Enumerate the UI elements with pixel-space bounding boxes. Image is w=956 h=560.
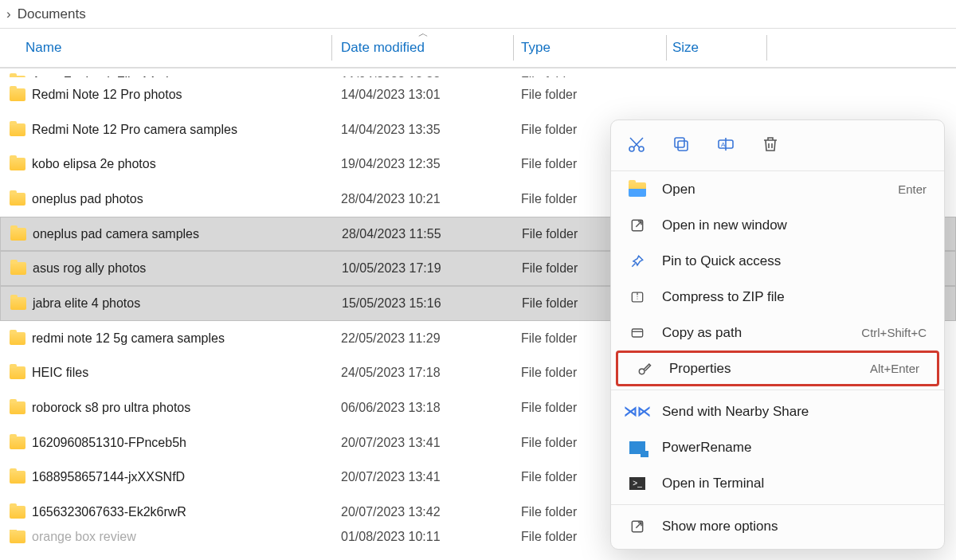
folder-open-icon xyxy=(629,181,646,198)
menu-item-label: Open xyxy=(662,182,882,198)
file-date: 06/06/2023 13:18 xyxy=(341,401,441,415)
menu-item-label: Compress to ZIP file xyxy=(662,289,927,305)
menu-item-label: Open in new window xyxy=(662,217,927,233)
file-name: redmi note 12 5g camera samples xyxy=(32,331,225,346)
folder-icon xyxy=(10,88,25,101)
file-type: File folder xyxy=(521,88,577,102)
pin-icon xyxy=(629,253,646,270)
menu-item-copy-path[interactable]: Copy as pathCtrl+Shift+C xyxy=(611,315,944,350)
menu-item-folder-open[interactable]: OpenEnter xyxy=(611,171,944,207)
column-divider[interactable] xyxy=(666,35,667,61)
folder-icon xyxy=(10,193,25,206)
context-menu-iconbar: A xyxy=(611,120,944,171)
menu-item-new-window[interactable]: Open in new window xyxy=(611,207,944,243)
file-type: File folder xyxy=(522,296,578,311)
column-header-size[interactable]: Size xyxy=(672,40,699,56)
file-date: 10/05/2023 17:19 xyxy=(342,261,441,276)
file-date: 22/05/2023 11:29 xyxy=(341,331,441,346)
menu-item-more[interactable]: Show more options xyxy=(611,508,944,544)
file-date: 14/04/2023 13:35 xyxy=(341,123,441,137)
table-row[interactable]: Asus Zenbook Flip 14 photos11/04/2023 13… xyxy=(0,69,956,77)
file-type: File folder xyxy=(521,401,577,415)
file-type: File folder xyxy=(521,505,577,519)
file-name: Redmi Note 12 Pro camera samples xyxy=(32,123,237,137)
file-type: File folder xyxy=(521,436,577,450)
file-type: File folder xyxy=(521,530,577,544)
menu-item-terminal[interactable]: >_Open in Terminal xyxy=(611,465,944,501)
menu-item-label: Send with Nearby Share xyxy=(662,404,927,420)
file-name: kobo elipsa 2e photos xyxy=(32,157,156,171)
file-date: 15/05/2023 15:16 xyxy=(342,296,441,311)
folder-icon xyxy=(10,332,25,345)
svg-rect-2 xyxy=(678,141,688,151)
file-date: 19/04/2023 12:35 xyxy=(341,157,441,171)
file-name: 1688958657144-jxXXSNfD xyxy=(32,470,185,484)
folder-icon xyxy=(10,437,25,449)
menu-divider xyxy=(611,390,944,390)
file-date: 20/07/2023 13:41 xyxy=(341,436,441,450)
cut-icon[interactable] xyxy=(627,135,646,157)
menu-item-label: Show more options xyxy=(662,519,927,535)
column-divider[interactable] xyxy=(331,35,332,61)
delete-icon[interactable] xyxy=(761,135,780,157)
breadcrumb[interactable]: › Documents xyxy=(0,0,956,29)
column-headers: ︿ Name Date modified Type Size xyxy=(0,29,956,69)
zip-icon xyxy=(629,288,646,306)
column-header-name[interactable]: Name xyxy=(25,40,61,56)
file-date: 20/07/2023 13:42 xyxy=(341,505,441,519)
column-header-type[interactable]: Type xyxy=(521,40,550,56)
folder-icon xyxy=(10,531,25,543)
nearby-icon: ⋊⋉ xyxy=(629,403,646,421)
chevron-right-icon: › xyxy=(6,6,11,22)
folder-icon xyxy=(10,262,26,275)
file-name: HEIC files xyxy=(32,366,88,380)
terminal-icon: >_ xyxy=(629,475,646,492)
context-menu: A OpenEnterOpen in new windowPin to Quic… xyxy=(610,119,945,550)
file-type: File folder xyxy=(521,192,577,206)
file-type: File folder xyxy=(521,157,577,171)
menu-item-label: Pin to Quick access xyxy=(662,253,927,269)
file-type: File folder xyxy=(521,366,577,380)
menu-item-powerrename[interactable]: PowerRename xyxy=(611,429,944,465)
menu-item-pin[interactable]: Pin to Quick access xyxy=(611,243,944,279)
menu-item-accelerator: Alt+Enter xyxy=(870,362,919,375)
file-name: Redmi Note 12 Pro photos xyxy=(32,88,182,102)
folder-icon xyxy=(10,401,25,414)
menu-item-accelerator: Enter xyxy=(898,182,927,196)
file-type: File folder xyxy=(521,331,577,346)
svg-rect-3 xyxy=(675,138,684,147)
rename-icon[interactable]: A xyxy=(716,135,735,157)
file-date: 01/08/2023 10:11 xyxy=(341,530,441,544)
more-icon xyxy=(629,518,646,535)
folder-icon xyxy=(10,366,25,379)
svg-point-9 xyxy=(639,369,645,374)
menu-divider xyxy=(611,504,944,505)
file-date: 28/04/2023 10:21 xyxy=(341,192,441,206)
breadcrumb-location: Documents xyxy=(18,6,86,22)
menu-item-nearby[interactable]: ⋊⋉Send with Nearby Share xyxy=(611,394,944,429)
file-name: oneplus pad camera samples xyxy=(33,227,199,241)
folder-icon xyxy=(10,471,25,484)
menu-item-properties[interactable]: PropertiesAlt+Enter xyxy=(616,350,939,386)
file-date: 20/07/2023 13:41 xyxy=(341,470,441,484)
copy-icon[interactable] xyxy=(672,135,691,157)
folder-icon xyxy=(10,297,26,310)
file-date: 28/04/2023 11:55 xyxy=(342,227,441,241)
column-divider[interactable] xyxy=(766,35,767,61)
svg-point-0 xyxy=(629,147,634,151)
file-date: 24/05/2023 17:18 xyxy=(341,366,441,380)
table-row[interactable]: Redmi Note 12 Pro photos14/04/2023 13:01… xyxy=(0,77,956,112)
file-type: File folder xyxy=(522,261,578,276)
menu-item-zip[interactable]: Compress to ZIP file xyxy=(611,279,944,315)
file-name: orange box review xyxy=(32,530,136,544)
menu-item-label: PowerRename xyxy=(662,440,927,456)
file-name: 1620960851310-FPnceb5h xyxy=(32,436,186,450)
new-window-icon xyxy=(629,217,646,234)
file-name: asus rog ally photos xyxy=(33,261,146,276)
file-type: File folder xyxy=(521,470,577,484)
powerrename-icon xyxy=(629,439,646,456)
column-header-date[interactable]: Date modified xyxy=(341,40,425,56)
column-divider[interactable] xyxy=(513,35,514,61)
file-date: 14/04/2023 13:01 xyxy=(341,88,441,102)
file-name: roborock s8 pro ultra photos xyxy=(32,401,190,415)
